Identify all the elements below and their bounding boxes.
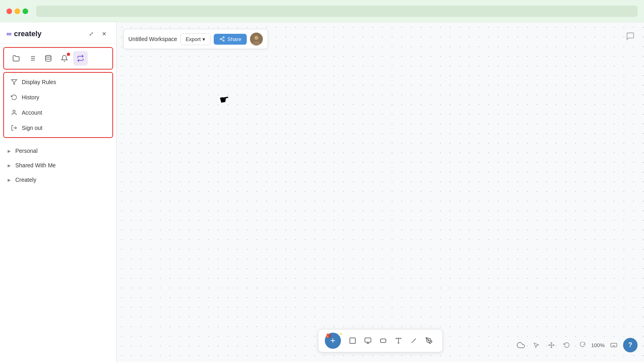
sidebar-nav: ▶ Personal ▶ Shared With Me ▶ Creately (0, 140, 116, 190)
svg-point-16 (254, 36, 258, 40)
share-button[interactable]: Share (214, 34, 247, 45)
rectangle-tool[interactable] (346, 334, 359, 348)
svg-rect-19 (365, 338, 371, 342)
close-sidebar-button[interactable]: ✕ (99, 28, 110, 39)
workspace-header: Untitled Workspace Export ▾ Share (123, 29, 268, 49)
chat-icon[interactable] (623, 29, 638, 43)
nav-creately-label: Creately (15, 177, 110, 183)
help-label: ? (628, 341, 632, 349)
maximize-button[interactable] (23, 8, 28, 14)
undo-button[interactable] (561, 339, 573, 351)
canvas-area[interactable]: Untitled Workspace Export ▾ Share (117, 23, 644, 362)
svg-point-8 (13, 110, 15, 112)
logo-icon: ∞ (6, 30, 12, 38)
display-rules-label: Display Rules (22, 79, 56, 85)
logo-text: creately (14, 30, 41, 38)
add-icon: + (330, 336, 336, 345)
browser-tool[interactable] (361, 334, 375, 348)
history-label: History (22, 94, 39, 101)
main-area: ∞ creately ⤢ ✕ (0, 23, 644, 362)
svg-point-11 (220, 38, 221, 40)
nav-item-shared-with-me[interactable]: ▶ Shared With Me (0, 158, 116, 173)
redo-button[interactable] (576, 339, 588, 351)
svg-point-6 (45, 56, 51, 58)
svg-line-14 (221, 38, 223, 39)
export-label: Export (186, 36, 201, 42)
pen-tool[interactable] (422, 334, 436, 348)
signout-icon (10, 124, 18, 132)
chevron-right-icon-creately: ▶ (6, 177, 12, 183)
svg-line-13 (221, 39, 223, 40)
sidebar: ∞ creately ⤢ ✕ (0, 23, 117, 362)
logo: ∞ creately (6, 30, 41, 38)
menu-item-account[interactable]: Account (4, 105, 112, 120)
bottom-toolbar: ✦ 🎒 + (318, 329, 443, 352)
svg-rect-18 (350, 338, 355, 343)
svg-point-12 (223, 40, 224, 41)
text-tool[interactable] (392, 334, 405, 348)
zoom-level: 100% (591, 342, 605, 348)
chevron-right-icon: ▶ (6, 148, 12, 154)
title-bar (0, 0, 644, 23)
menu-item-history[interactable]: History (4, 90, 112, 105)
sidebar-header-actions: ⤢ ✕ (86, 28, 110, 39)
svg-marker-7 (11, 80, 17, 84)
tab-more[interactable] (73, 51, 88, 66)
canvas-dots (117, 23, 644, 362)
export-chevron-icon: ▾ (202, 36, 205, 42)
sidebar-header: ∞ creately ⤢ ✕ (0, 23, 116, 44)
nav-personal-label: Personal (15, 148, 110, 154)
tab-folder[interactable] (9, 51, 23, 66)
nav-item-personal[interactable]: ▶ Personal (0, 144, 116, 158)
line-tool[interactable] (407, 334, 421, 348)
expand-button[interactable]: ⤢ (86, 28, 97, 39)
svg-point-26 (428, 340, 429, 341)
tab-notifications[interactable] (57, 51, 72, 66)
account-label: Account (22, 109, 42, 116)
svg-rect-22 (380, 339, 386, 343)
svg-line-25 (412, 339, 416, 343)
chevron-right-icon-shared: ▶ (6, 162, 12, 168)
rounded-rect-tool[interactable] (376, 334, 390, 348)
svg-point-10 (223, 37, 224, 38)
tab-list[interactable] (25, 51, 39, 66)
move-icon[interactable] (545, 339, 557, 351)
keyboard-icon[interactable] (608, 339, 620, 351)
bottom-right-controls: 100% ? (515, 338, 638, 352)
avatar (250, 33, 263, 45)
minimize-button[interactable] (14, 8, 20, 14)
export-button[interactable]: Export ▾ (180, 33, 211, 45)
filter-icon (10, 78, 18, 86)
notification-badge (67, 53, 70, 56)
dropdown-menu: Display Rules History Account (3, 72, 113, 138)
close-button[interactable] (6, 8, 12, 14)
workspace-title: Untitled Workspace (128, 36, 177, 42)
menu-item-display-rules[interactable]: Display Rules (4, 74, 112, 90)
sign-out-label: Sign out (22, 125, 42, 131)
workspace-actions: Export ▾ Share (180, 33, 263, 45)
menu-item-sign-out[interactable]: Sign out (4, 120, 112, 136)
pointer-icon[interactable] (530, 339, 542, 351)
cloud-icon[interactable] (515, 339, 527, 351)
history-icon (10, 94, 18, 101)
svg-rect-29 (611, 343, 617, 347)
nav-item-creately[interactable]: ▶ Creately (0, 173, 116, 187)
tab-database[interactable] (41, 51, 56, 66)
traffic-lights (6, 8, 28, 14)
account-icon (10, 109, 18, 116)
sidebar-tabs (3, 47, 113, 70)
add-button[interactable]: ✦ 🎒 + (325, 333, 341, 349)
help-button[interactable]: ? (623, 338, 638, 352)
share-label: Share (227, 36, 242, 42)
title-bar-text (36, 6, 638, 17)
nav-shared-label: Shared With Me (15, 162, 110, 169)
